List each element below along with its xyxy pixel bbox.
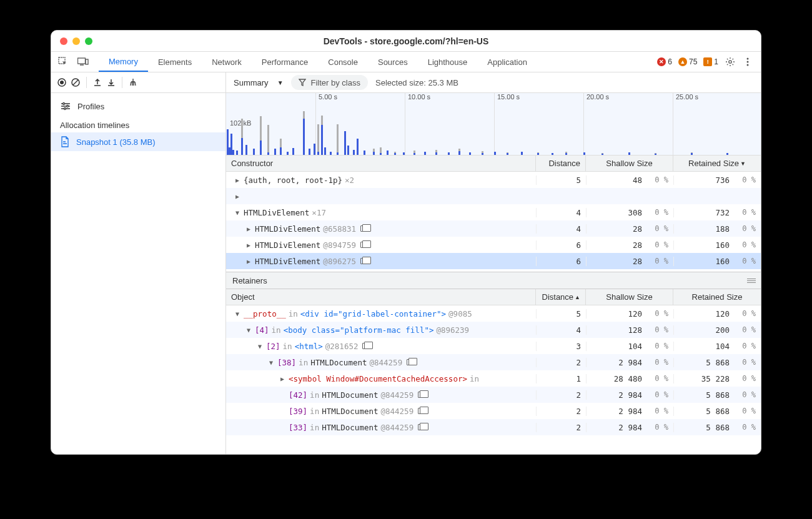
col-constructor[interactable]: Constructor (226, 156, 536, 171)
constructor-row[interactable]: ▶{auth, root, root-1p} ×25480 %7360 % (226, 172, 761, 188)
svg-point-6 (747, 64, 749, 66)
constructor-row[interactable]: ▶</span><span class="dim"> ×3</span></di… (226, 188, 761, 204)
snapshot-label: Snapshot 1 (35.8 MB) (76, 137, 155, 147)
open-in-new-icon[interactable] (360, 258, 368, 264)
class-filter[interactable]: Filter by class (291, 75, 368, 90)
devtools-tabbar: MemoryElementsNetworkPerformanceConsoleS… (51, 52, 761, 72)
profiles-section: Profiles (51, 93, 225, 116)
sidebar: Profiles Allocation timelines Snapshot 1… (51, 72, 226, 454)
disclosure-triangle-icon[interactable]: ▼ (234, 310, 241, 317)
retainer-row[interactable]: ▼[2] in <html> @28165231040 %1040 % (226, 338, 761, 354)
retainer-row[interactable]: [39] in HTMLDocument @84425922 9840 %5 8… (226, 403, 761, 419)
tab-console[interactable]: Console (318, 52, 368, 72)
maximize-window-button[interactable] (85, 37, 92, 45)
heap-snapshot-icon (60, 136, 70, 147)
disclosure-triangle-icon[interactable]: ▶ (234, 177, 241, 184)
view-dropdown[interactable]: Summary ▼ (234, 78, 284, 87)
disclosure-triangle-icon[interactable]: ▼ (245, 327, 252, 334)
allocation-timeline-chart[interactable]: 5.00 s10.00 s15.00 s20.00 s25.00 s30.00 … (226, 93, 761, 156)
disclosure-triangle-icon[interactable]: ▶ (245, 225, 252, 232)
retainer-row[interactable]: [42] in HTMLDocument @84425922 9840 %5 8… (226, 387, 761, 403)
record-icon[interactable] (56, 77, 67, 88)
inspect-element-icon[interactable] (57, 56, 69, 67)
view-dropdown-label: Summary (234, 78, 269, 87)
tab-elements[interactable]: Elements (148, 52, 202, 72)
devtools-window: DevTools - store.google.com/?hl=en-US Me… (51, 30, 761, 455)
retainers-rows: ▼__proto__ in <div id="grid-label-contai… (226, 305, 761, 454)
error-badge[interactable]: ✕6 (657, 57, 672, 66)
constructor-header: Constructor Distance Shallow Size Retain… (226, 156, 761, 172)
disclosure-triangle-icon[interactable]: ▼ (256, 343, 264, 350)
tab-sources[interactable]: Sources (368, 52, 418, 72)
tab-lighthouse[interactable]: Lighthouse (418, 52, 478, 72)
open-in-new-icon[interactable] (362, 343, 370, 349)
warning-count: 75 (689, 57, 697, 66)
error-count: 6 (668, 57, 672, 66)
sliders-icon[interactable] (60, 101, 71, 112)
col-shallow-size[interactable]: Shallow Size (586, 156, 673, 171)
info-badge[interactable]: !1 (703, 57, 718, 66)
tab-network[interactable]: Network (202, 52, 252, 72)
disclosure-triangle-icon[interactable]: ▶ (245, 242, 252, 249)
info-count: 1 (714, 57, 718, 66)
col-retained-size[interactable]: Retained Size ▼ (673, 156, 761, 171)
gc-broom-icon[interactable] (127, 77, 139, 88)
col-distance[interactable]: Distance (536, 156, 586, 171)
constructor-rows: ▶{auth, root, root-1p} ×25480 %7360 %▶</… (226, 172, 761, 272)
col-ret-retained[interactable]: Retained Size (673, 289, 761, 305)
constructor-row[interactable]: ▶HTMLDivElement @8947596280 %1600 % (226, 237, 761, 253)
retainer-row[interactable]: [33] in HTMLDocument @84425922 9840 %5 8… (226, 419, 761, 435)
sort-asc-icon: ▲ (575, 294, 580, 300)
open-in-new-icon[interactable] (418, 392, 425, 398)
tab-application[interactable]: Application (477, 52, 537, 72)
disclosure-triangle-icon[interactable]: ▶ (279, 375, 286, 382)
snapshot-toolbar: Summary ▼ Filter by class Selected size:… (226, 72, 761, 93)
tab-memory[interactable]: Memory (99, 52, 148, 72)
open-in-new-icon[interactable] (418, 424, 425, 430)
warning-badge[interactable]: ▲75 (678, 57, 697, 66)
upload-icon[interactable] (92, 77, 103, 88)
open-in-new-icon[interactable] (360, 225, 368, 232)
download-icon[interactable] (106, 77, 117, 88)
main-panel: Summary ▼ Filter by class Selected size:… (226, 72, 761, 454)
retainer-row[interactable]: ▶<symbol Window#DocumentCachedAccessor> … (226, 370, 761, 387)
col-ret-shallow[interactable]: Shallow Size (586, 289, 673, 305)
svg-point-4 (747, 58, 749, 60)
col-object[interactable]: Object (226, 289, 536, 305)
more-menu-icon[interactable] (742, 56, 753, 67)
settings-gear-icon[interactable] (725, 56, 736, 67)
retainers-titlebar[interactable]: Retainers (226, 272, 761, 289)
retainer-row[interactable]: ▼__proto__ in <div id="grid-label-contai… (226, 305, 761, 322)
filter-placeholder: Filter by class (311, 78, 360, 87)
svg-rect-2 (86, 59, 88, 64)
disclosure-triangle-icon[interactable]: ▶ (234, 193, 241, 200)
tab-performance[interactable]: Performance (252, 52, 318, 72)
disclosure-triangle-icon[interactable]: ▶ (245, 258, 252, 265)
device-toolbar-icon[interactable] (77, 56, 89, 67)
constructor-row[interactable]: ▼HTMLDivElement ×1743080 %7320 % (226, 204, 761, 220)
selected-size-label: Selected size: 25.3 MB (375, 78, 458, 87)
retainer-row[interactable]: ▼[38] in HTMLDocument @84425922 9840 %5 … (226, 354, 761, 370)
disclosure-triangle-icon[interactable]: ▼ (234, 209, 241, 216)
open-in-new-icon[interactable] (407, 359, 414, 365)
minimize-window-button[interactable] (72, 37, 80, 45)
svg-point-11 (67, 106, 69, 107)
retainers-title: Retainers (232, 276, 267, 285)
snapshot-item[interactable]: Snapshot 1 (35.8 MB) (51, 132, 225, 151)
sort-desc-icon: ▼ (740, 161, 746, 167)
window-titlebar: DevTools - store.google.com/?hl=en-US (51, 31, 761, 52)
constructor-row[interactable]: ▶HTMLDivElement @8962756280 %1600 % (226, 253, 761, 269)
hamburger-icon[interactable] (747, 279, 756, 283)
col-ret-distance[interactable]: Distance▲ (536, 289, 586, 305)
disclosure-triangle-icon[interactable]: ▼ (267, 359, 275, 366)
open-in-new-icon[interactable] (418, 408, 425, 414)
retainer-row[interactable]: ▼[4] in <body class="platform-mac fill">… (226, 322, 761, 338)
svg-rect-1 (78, 58, 86, 64)
filter-icon (299, 79, 306, 86)
open-in-new-icon[interactable] (360, 242, 368, 248)
constructor-row[interactable]: ▶HTMLDivElement @6588314280 %1880 % (226, 220, 761, 237)
svg-point-8 (60, 81, 64, 84)
close-window-button[interactable] (60, 37, 67, 45)
svg-point-10 (63, 103, 65, 105)
clear-icon[interactable] (70, 77, 81, 88)
